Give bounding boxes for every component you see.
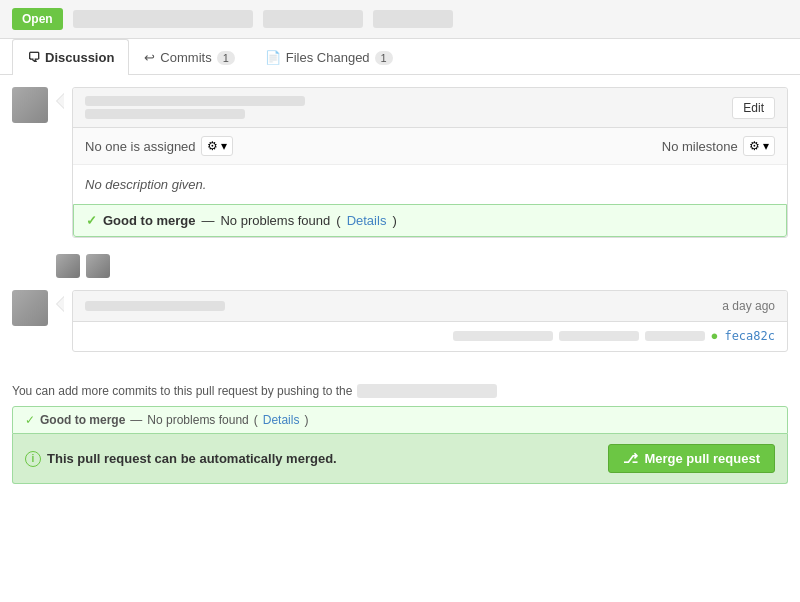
edit-button[interactable]: Edit [732,97,775,119]
first-comment-wrapper: Edit No one is assigned ⚙ ▾ No milestone… [12,87,788,238]
files-count: 1 [375,51,393,65]
push-note: You can add more commits to this pull re… [12,384,788,398]
gtm-label: Good to merge [40,413,125,427]
merge-status-bar: ✓ Good to merge — No problems found ( De… [73,204,787,237]
first-comment-box: Edit No one is assigned ⚙ ▾ No milestone… [72,87,788,238]
reaction-avatar-2 [86,254,110,278]
reaction-area [12,248,788,278]
assign-gear-button[interactable]: ⚙ ▾ [201,136,233,156]
bottom-section: You can add more commits to this pull re… [0,374,800,494]
auto-merge-text: i This pull request can be automatically… [25,451,337,467]
dash: — [201,213,214,228]
first-comment-header: Edit [73,88,787,128]
pr-header: Open [0,0,800,39]
no-problems-text: No problems found [220,213,330,228]
info-icon: i [25,451,41,467]
pr-meta-blur [263,10,363,28]
files-icon: 📄 [265,50,281,65]
commit-blur-2 [559,331,639,341]
commit-hash[interactable]: feca82c [724,329,775,343]
good-to-merge-label: Good to merge [103,213,195,228]
commits-icon: ↩ [144,50,155,65]
gtm-details-link[interactable]: Details [263,413,300,427]
commits-count: 1 [217,51,235,65]
avatar-second [12,290,48,326]
second-comment-meta [85,301,225,311]
assigned-text: No one is assigned [85,139,196,154]
comment-meta-bar: No one is assigned ⚙ ▾ No milestone ⚙ ▾ [73,128,787,165]
second-author-blur [85,301,225,311]
tab-discussion[interactable]: 🗨 Discussion [12,39,129,75]
tab-files-changed[interactable]: 📄 Files Changed 1 [250,39,408,75]
pr-status-blur [373,10,453,28]
commit-line-blur [453,331,705,341]
discussion-icon: 🗨 [27,50,40,65]
merge-pull-request-button[interactable]: ⎇ Merge pull request [608,444,775,473]
assigned-section: No one is assigned ⚙ ▾ [85,136,233,156]
tab-bar: 🗨 Discussion ↩ Commits 1 📄 Files Changed… [0,39,800,75]
branch-name-blur [357,384,497,398]
time-ago: a day ago [722,299,775,313]
milestone-gear-button[interactable]: ⚙ ▾ [743,136,775,156]
comment-author-blur [85,96,305,106]
comment-body: No description given. [73,165,787,204]
left-content: Edit No one is assigned ⚙ ▾ No milestone… [12,87,788,362]
reaction-avatar-1 [56,254,80,278]
merge-branch-icon: ⎇ [623,451,638,466]
comment-triangle [56,93,64,109]
second-comment-triangle [56,296,64,312]
commit-blur-1 [453,331,553,341]
details-link[interactable]: Details [347,213,387,228]
second-comment-wrapper: a day ago ● feca82c [12,290,788,352]
second-comment-body: ● feca82c [73,322,787,351]
gtm-check-icon: ✓ [25,413,35,427]
milestone-section: No milestone ⚙ ▾ [662,136,775,156]
commit-dot: ● [711,328,719,343]
second-comment-box: a day ago ● feca82c [72,290,788,352]
main-content: Edit No one is assigned ⚙ ▾ No milestone… [0,75,800,374]
checkmark-icon: ✓ [86,213,97,228]
open-badge: Open [12,8,63,30]
tab-commits[interactable]: ↩ Commits 1 [129,39,249,75]
milestone-text: No milestone [662,139,738,154]
merge-action-bar: i This pull request can be automatically… [12,434,788,484]
second-comment-header: a day ago [73,291,787,322]
gtm-no-problems: No problems found [147,413,248,427]
avatar-first [12,87,48,123]
commit-blur-3 [645,331,705,341]
pr-title-blur [73,10,253,28]
comment-date-blur [85,109,245,119]
comment-meta [85,96,305,119]
good-to-merge-bar: ✓ Good to merge — No problems found ( De… [12,406,788,434]
